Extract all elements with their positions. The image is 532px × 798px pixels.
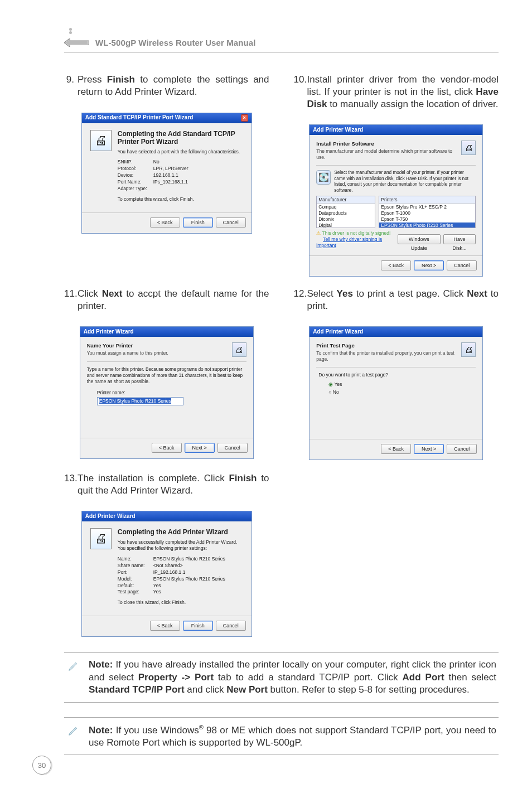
close-icon[interactable]: × (241, 114, 248, 122)
back-button[interactable]: < Back (150, 217, 180, 228)
printers-list[interactable]: Printers Epson Stylus Pro XL+ ESC/P 2 Ep… (379, 196, 476, 228)
dialog-test-page: Add Printer Wizard Print Test Page To co… (309, 326, 483, 460)
printer-name-label: Printer name: (97, 390, 246, 396)
cancel-button[interactable]: Cancel (216, 217, 246, 228)
dialog-title: Add Standard TCP/IP Printer Port Wizard (85, 114, 194, 122)
dialog-heading: Completing the Add Printer Wizard (118, 528, 245, 536)
step-text: The installation is complete. Click Fini… (78, 472, 269, 497)
step-number: 9. (64, 74, 78, 98)
dialog-title: Add Printer Wizard (313, 328, 363, 336)
dialog-title: Add Printer Wizard (313, 127, 363, 134)
dialog-title: Add Printer Wizard (85, 513, 136, 520)
dialog-subtext: You have selected a port with the follow… (118, 149, 245, 155)
dialog-name-printer: Add Printer Wizard Name Your Printer You… (80, 326, 254, 459)
radio-no[interactable]: No (328, 389, 476, 395)
radio-yes[interactable]: Yes (328, 381, 476, 388)
dialog-info: Type a name for this printer. Because so… (87, 366, 246, 384)
dialog-heading: Print Test Page (316, 342, 457, 349)
dialog-info: Select the manufacturer and model of you… (334, 170, 476, 194)
next-button[interactable]: Next > (414, 444, 444, 454)
arrow-icon (64, 38, 89, 47)
dialog-heading: Completing the Add Standard TCP/IP Print… (118, 130, 245, 146)
dialog-subtext: You have successfully completed the Add … (118, 539, 245, 552)
dialog-port-wizard-complete: Add Standard TCP/IP Printer Port Wizard … (81, 113, 252, 234)
finish-button[interactable]: Finish (183, 621, 213, 631)
step-text: Click Next to accpt the default name for… (78, 288, 269, 312)
page-number: 30 (32, 756, 51, 775)
step-11: 11. Click Next to accpt the default name… (64, 288, 269, 312)
header-title: WL-500gP Wireless Router User Manual (95, 38, 255, 47)
disk-icon (316, 170, 331, 185)
step-9: 9. Press Finish to complete the settings… (64, 74, 269, 98)
step-text: Select Yes to print a test page. Click N… (307, 288, 499, 312)
windows-update-button[interactable]: Windows Update (398, 234, 441, 244)
printer-icon (461, 141, 476, 155)
pencil-icon (66, 723, 81, 749)
page-header: WL-500gP Wireless Router User Manual (64, 33, 499, 52)
cancel-button[interactable]: Cancel (447, 260, 477, 270)
next-button[interactable]: Next > (185, 443, 215, 453)
cancel-button[interactable]: Cancel (447, 444, 477, 454)
have-disk-button[interactable]: Have Disk... (443, 234, 476, 244)
binder-decoration (66, 8, 77, 33)
dialog-install-printer-software: Add Printer Wizard Install Printer Softw… (309, 124, 483, 277)
step-10: 10. Install printer driver from the vend… (294, 74, 499, 110)
note-text: Note: If you use Windows® 98 or ME which… (89, 723, 496, 749)
finish-button[interactable]: Finish (183, 217, 213, 228)
step-text: Install printer driver from the vendor-m… (307, 74, 499, 110)
step-number: 10. (294, 74, 307, 110)
next-button[interactable]: Next > (414, 260, 444, 270)
printer-icon (90, 130, 112, 151)
cancel-button[interactable]: Cancel (217, 443, 248, 453)
step-number: 13. (64, 472, 78, 497)
note-1: Note: If you have already installed the … (64, 652, 499, 702)
pencil-icon (66, 659, 81, 696)
dialog-subtext: The manufacturer and model determine whi… (316, 148, 457, 161)
test-page-question: Do you want to print a test page? (318, 372, 476, 378)
back-button[interactable]: < Back (381, 444, 411, 454)
step-number: 12. (294, 288, 307, 312)
step-13: 13. The installation is complete. Click … (64, 472, 269, 497)
manufacturer-list[interactable]: Manufacturer Compaq Dataproducts Diconix… (316, 196, 375, 228)
tell-me-link[interactable]: Tell me why driver signing is important (316, 236, 382, 248)
signed-warning: This driver is not digitally signed! (316, 230, 390, 236)
printer-icon (232, 342, 246, 357)
dialog-add-printer-complete: Add Printer Wizard Completing the Add Pr… (81, 511, 252, 637)
note-2: Note: If you use Windows® 98 or ME which… (64, 717, 499, 756)
back-button[interactable]: < Back (150, 621, 180, 631)
svg-marker-1 (65, 40, 88, 46)
dialog-footnote: To close this wizard, click Finish. (118, 599, 245, 606)
dialog-title: Add Printer Wizard (84, 328, 134, 336)
dialog-subtext: You must assign a name to this printer. (87, 350, 228, 356)
dialog-heading: Name Your Printer (87, 342, 228, 349)
page-content: 9. Press Finish to complete the settings… (64, 67, 499, 731)
printer-icon (90, 528, 112, 549)
dialog-heading: Install Printer Software (316, 141, 457, 147)
back-button[interactable]: < Back (381, 260, 411, 270)
printer-name-input[interactable]: EPSON Stylus Photo R210 Series (97, 397, 183, 405)
dialog-subtext: To confirm that the printer is installed… (316, 350, 457, 362)
note-text: Note: If you have already installed the … (89, 659, 496, 696)
cancel-button[interactable]: Cancel (216, 621, 246, 631)
step-number: 11. (64, 288, 78, 312)
back-button[interactable]: < Back (152, 443, 182, 453)
dialog-footnote: To complete this wizard, click Finish. (118, 196, 245, 202)
step-12: 12. Select Yes to print a test page. Cli… (294, 288, 499, 312)
printer-icon (461, 342, 476, 357)
step-text: Press Finish to complete the settings an… (78, 74, 269, 98)
